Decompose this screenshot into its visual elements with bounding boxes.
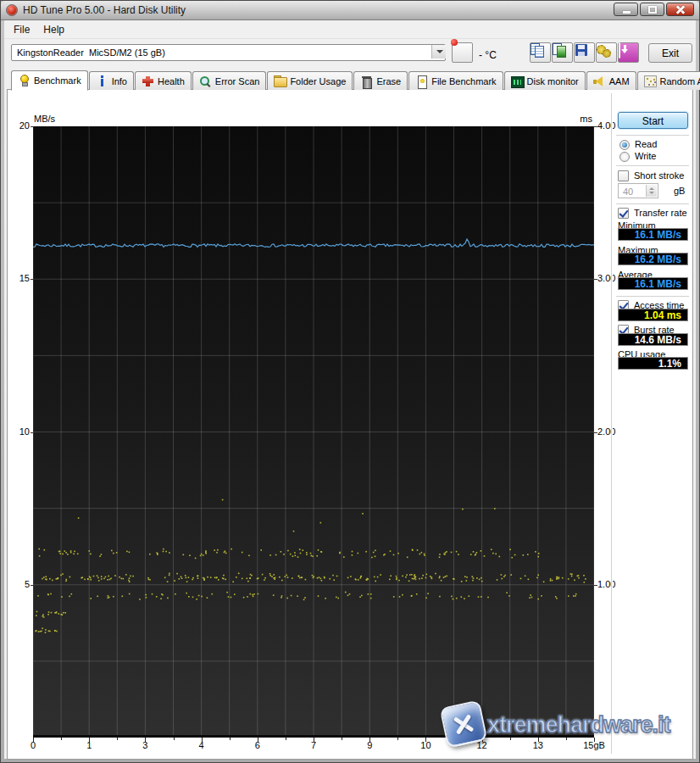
- spinner-arrows-icon[interactable]: [646, 185, 657, 197]
- maximize-icon: [648, 6, 657, 14]
- x-tick: [397, 738, 398, 740]
- tab-label: Random Access: [660, 76, 700, 86]
- random-access-icon: [644, 75, 657, 87]
- short-stroke-unit: gB: [674, 186, 685, 196]
- tab-info[interactable]: Info: [89, 71, 134, 90]
- read-radio[interactable]: [619, 140, 630, 150]
- info-icon: [96, 75, 108, 87]
- folder-usage-icon: [274, 75, 286, 87]
- y-left-tick-label: 20: [8, 120, 30, 131]
- x-tick: [61, 738, 62, 740]
- x-tick: [89, 738, 90, 742]
- cpu-usage-value: 1.1%: [618, 357, 688, 370]
- y-right-tick: [594, 432, 597, 433]
- health-icon: [142, 75, 154, 87]
- x-tick: [314, 738, 314, 742]
- benchmark-icon: [18, 75, 31, 86]
- watermark-text: xtremehardware.it: [487, 712, 670, 738]
- y-right-tick-label: 2.00: [597, 426, 615, 437]
- x-tick-label: 4: [183, 740, 220, 750]
- xtremehardware-logo-icon: [440, 700, 488, 749]
- start-button[interactable]: Start: [618, 112, 688, 129]
- tab-random-access[interactable]: Random Access: [637, 71, 700, 90]
- maximize-button[interactable]: [640, 3, 664, 16]
- benchmark-page: MB/sms20151054.003.002.001.0001346791012…: [7, 89, 693, 760]
- x-tick: [174, 738, 175, 740]
- y-right-tick: [594, 279, 597, 280]
- error-scan-icon: [199, 75, 212, 87]
- x-tick: [33, 738, 34, 742]
- short-stroke-size-input[interactable]: 40: [618, 183, 658, 198]
- maximum-value: 16.2 MB/s: [618, 253, 688, 265]
- tab-file-benchmark[interactable]: File Benchmark: [408, 71, 503, 90]
- tab-erase[interactable]: Erase: [353, 71, 408, 90]
- separator: [616, 135, 689, 136]
- copy-screenshot-button[interactable]: [552, 42, 573, 63]
- panel-separator: [611, 93, 613, 754]
- tab-label: Benchmark: [34, 75, 81, 86]
- tab-aam[interactable]: AAM: [586, 71, 636, 90]
- x-tick: [117, 738, 118, 740]
- save-screenshot-button[interactable]: [574, 42, 595, 63]
- tab-folder-usage[interactable]: Folder Usage: [267, 71, 353, 90]
- tab-error-scan[interactable]: Error Scan: [192, 71, 267, 90]
- grid-lines: [33, 126, 594, 738]
- separator: [616, 165, 689, 167]
- client-area: FileHelp KingstonReader MicSD/M2 (15 gB)…: [4, 20, 696, 759]
- menu-bar: FileHelp: [4, 20, 696, 39]
- write-label[interactable]: Write: [635, 151, 656, 161]
- update-button[interactable]: [618, 42, 639, 63]
- exit-button[interactable]: Exit: [648, 43, 692, 63]
- title-bar[interactable]: HD Tune Pro 5.00 - Hard Disk Utility: [1, 1, 699, 20]
- drive-selector-arrow-icon[interactable]: [431, 45, 446, 58]
- transfer-rate-label[interactable]: Transfer rate: [634, 208, 687, 218]
- y-left-unit: MB/s: [34, 114, 55, 124]
- separator: [616, 203, 689, 205]
- short-stroke-label[interactable]: Short stroke: [634, 170, 684, 181]
- read-label[interactable]: Read: [635, 139, 657, 149]
- x-tick-label: 6: [239, 740, 276, 750]
- x-tick: [230, 738, 231, 740]
- aam-icon: [593, 75, 606, 87]
- y-left-tick-label: 15: [8, 273, 30, 283]
- menu-item-file[interactable]: File: [7, 20, 36, 38]
- x-tick: [145, 738, 146, 742]
- drive-selector[interactable]: KingstonReader MicSD/M2 (15 gB): [11, 44, 446, 61]
- short-stroke-checkbox[interactable]: [618, 170, 629, 181]
- close-button[interactable]: [666, 3, 694, 16]
- options-button[interactable]: [596, 42, 617, 63]
- tab-disk-monitor[interactable]: Disk monitor: [504, 71, 586, 90]
- x-tick-label: 3: [126, 740, 164, 750]
- access-time-dots: [35, 499, 586, 633]
- download-icon: [619, 42, 620, 58]
- tab-benchmark[interactable]: Benchmark: [11, 70, 88, 91]
- copy-info-button[interactable]: [530, 42, 551, 63]
- y-right-tick-label: 4.00: [597, 120, 615, 131]
- y-right-tick: [594, 585, 597, 586]
- tab-label: Health: [158, 76, 185, 86]
- x-tick: [342, 738, 342, 740]
- tab-label: File Benchmark: [431, 76, 496, 86]
- write-radio[interactable]: [619, 152, 630, 162]
- window-title: HD Tune Pro 5.00 - Hard Disk Utility: [23, 4, 186, 16]
- x-tick: [286, 738, 286, 740]
- access-time-value: 1.04 ms: [618, 309, 688, 321]
- x-tick-label: 1: [70, 740, 108, 750]
- tab-label: AAM: [609, 76, 630, 86]
- menu-item-help[interactable]: Help: [36, 20, 71, 38]
- tab-health[interactable]: Health: [135, 71, 192, 90]
- x-tick: [425, 738, 426, 742]
- x-tick-label: 7: [295, 740, 332, 750]
- transfer-rate-checkbox[interactable]: [618, 208, 629, 219]
- y-right-tick-label: 1.00: [597, 579, 615, 589]
- minimize-button[interactable]: [614, 3, 638, 16]
- minimum-value: 16.1 MB/s: [618, 228, 688, 241]
- temperature-button[interactable]: [452, 42, 473, 63]
- toolbar: KingstonReader MicSD/M2 (15 gB) - °C Exi…: [4, 39, 696, 70]
- burst-rate-value: 14.6 MB/s: [618, 333, 688, 346]
- tab-label: Erase: [376, 76, 401, 86]
- minimize-icon: [623, 11, 631, 14]
- x-tick: [369, 738, 370, 742]
- x-tick: [202, 738, 203, 742]
- app-icon: [6, 4, 18, 16]
